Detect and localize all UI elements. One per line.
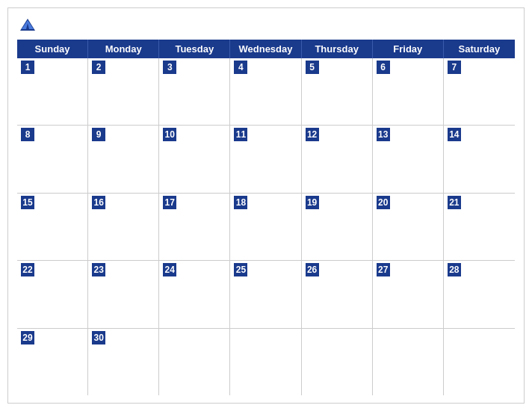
day-num-6: 6: [377, 61, 390, 74]
day-cell-29: 29: [17, 329, 88, 395]
day-num-30: 30: [92, 331, 105, 344]
day-num-3: 3: [163, 61, 176, 74]
day-num-20: 20: [377, 196, 390, 209]
day-num-28: 28: [448, 263, 461, 276]
day-cell-7: 7: [444, 58, 515, 125]
day-num-4: 4: [234, 61, 247, 74]
week-row-3: 15161718192021: [17, 194, 515, 261]
day-cell-16: 16: [88, 194, 159, 260]
header-monday: Monday: [88, 40, 159, 58]
day-cell-1: 1: [17, 58, 88, 125]
header-saturday: Saturday: [444, 40, 515, 58]
day-cell-26: 26: [302, 261, 373, 327]
weeks: 1234567891011121314151617181920212223242…: [17, 58, 515, 395]
day-cell-11: 11: [230, 126, 301, 192]
day-cell-3: 3: [159, 58, 230, 125]
day-cell-18: 18: [230, 194, 301, 260]
day-cell-5: 5: [302, 58, 373, 125]
day-cell-30: 30: [88, 329, 159, 395]
day-headers: Sunday Monday Tuesday Wednesday Thursday…: [17, 40, 515, 58]
day-cell-34: [373, 329, 444, 395]
day-num-27: 27: [377, 263, 390, 276]
day-cell-12: 12: [302, 126, 373, 192]
day-num-12: 12: [306, 128, 319, 141]
day-cell-32: [230, 329, 301, 395]
day-num-9: 9: [92, 128, 105, 141]
day-cell-13: 13: [373, 126, 444, 192]
day-cell-15: 15: [17, 194, 88, 260]
day-cell-19: 19: [302, 194, 373, 260]
day-num-2: 2: [92, 61, 105, 74]
day-num-7: 7: [448, 61, 461, 74]
day-cell-2: 2: [88, 58, 159, 125]
day-cell-10: 10: [159, 126, 230, 192]
week-row-1: 1234567: [17, 58, 515, 126]
day-cell-21: 21: [444, 194, 515, 260]
day-num-15: 15: [21, 196, 34, 209]
day-cell-28: 28: [444, 261, 515, 327]
week-row-5: 2930: [17, 329, 515, 395]
day-cell-31: [159, 329, 230, 395]
day-num-26: 26: [306, 263, 319, 276]
day-num-5: 5: [306, 61, 319, 74]
day-cell-8: 8: [17, 126, 88, 192]
week-row-2: 891011121314: [17, 126, 515, 193]
day-num-24: 24: [163, 263, 176, 276]
day-cell-17: 17: [159, 194, 230, 260]
day-num-25: 25: [234, 263, 247, 276]
day-cell-6: 6: [373, 58, 444, 125]
day-cell-4: 4: [230, 58, 301, 125]
day-cell-22: 22: [17, 261, 88, 327]
day-num-22: 22: [21, 263, 34, 276]
logo: [17, 16, 41, 37]
calendar: Sunday Monday Tuesday Wednesday Thursday…: [7, 7, 525, 404]
day-num-19: 19: [306, 196, 319, 209]
day-num-23: 23: [92, 263, 105, 276]
logo-icon: [17, 16, 38, 37]
header-thursday: Thursday: [302, 40, 373, 58]
week-row-4: 22232425262728: [17, 261, 515, 328]
day-num-1: 1: [21, 61, 34, 74]
header-friday: Friday: [373, 40, 444, 58]
day-cell-27: 27: [373, 261, 444, 327]
day-cell-25: 25: [230, 261, 301, 327]
day-cell-14: 14: [444, 126, 515, 192]
day-cell-23: 23: [88, 261, 159, 327]
calendar-header: [17, 16, 515, 37]
day-num-17: 17: [163, 196, 176, 209]
day-cell-24: 24: [159, 261, 230, 327]
day-num-11: 11: [234, 128, 247, 141]
day-cell-20: 20: [373, 194, 444, 260]
header-wednesday: Wednesday: [230, 40, 301, 58]
header-sunday: Sunday: [17, 40, 88, 58]
day-num-10: 10: [163, 128, 176, 141]
day-cell-9: 9: [88, 126, 159, 192]
day-num-21: 21: [448, 196, 461, 209]
calendar-grid: Sunday Monday Tuesday Wednesday Thursday…: [17, 40, 515, 395]
day-num-13: 13: [377, 128, 390, 141]
day-cell-35: [444, 329, 515, 395]
day-num-14: 14: [448, 128, 461, 141]
day-num-16: 16: [92, 196, 105, 209]
day-cell-33: [302, 329, 373, 395]
day-num-8: 8: [21, 128, 34, 141]
header-tuesday: Tuesday: [159, 40, 230, 58]
day-num-18: 18: [234, 196, 247, 209]
day-num-29: 29: [21, 331, 34, 344]
